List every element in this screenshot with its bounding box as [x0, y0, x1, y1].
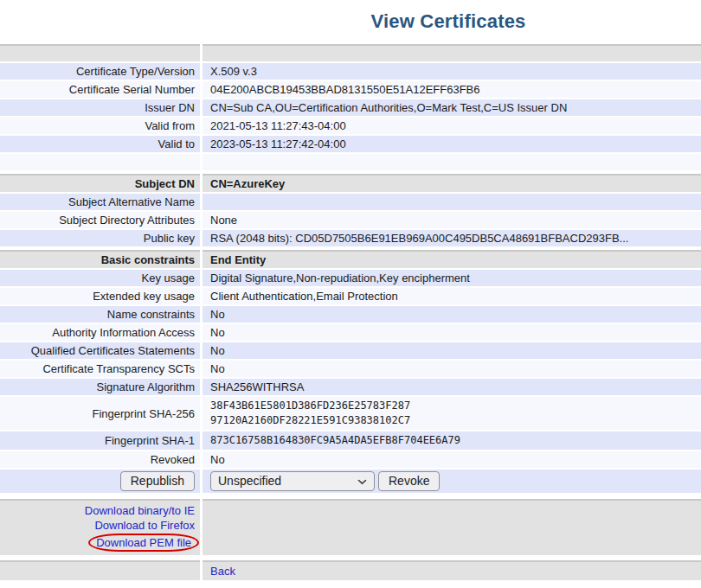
field-value: Client Authentication,Email Protection — [203, 288, 701, 304]
field-value — [203, 154, 701, 170]
table-row: RevokedNo — [0, 451, 701, 468]
field-label: Subject DN — [0, 174, 200, 192]
table-row: Fingerprint SHA-25638F43B61E5801D386FD23… — [0, 397, 701, 430]
field-label: Issuer DN — [0, 99, 200, 116]
table-row: Extended key usageClient Authentication,… — [0, 288, 701, 304]
table-row: Fingerprint SHA-1873C16758B164830FC9A5A4… — [0, 431, 701, 450]
field-label: Public key — [0, 230, 200, 246]
field-label: Fingerprint SHA-256 — [0, 397, 200, 430]
field-value: No — [203, 306, 701, 323]
revocation-reason-select[interactable]: Unspecified — [210, 471, 375, 491]
field-value: 873C16758B164830FC9A5A4DA5EFB8F704EE6A79 — [203, 431, 701, 450]
field-value: 2023-05-13 11:27:42-04:00 — [203, 136, 701, 152]
section-spacer-row — [0, 154, 701, 170]
download-binary-ie-link[interactable]: Download binary/to IE — [85, 503, 195, 518]
field-value: No — [203, 342, 701, 359]
field-label: Qualified Certificates Statements — [0, 342, 200, 359]
field-label: Certificate Transparency SCTs — [0, 361, 200, 377]
field-value: 04E200ABCB19453BBAD8131550E51A12EFF63FB6 — [203, 81, 701, 98]
table-row: Authority Information AccessNo — [0, 324, 701, 341]
field-label: Revoked — [0, 451, 200, 468]
back-link[interactable]: Back — [210, 564, 235, 578]
revocation-reason-selected-value: Unspecified — [218, 475, 281, 488]
revoke-button[interactable]: Revoke — [378, 471, 440, 491]
field-value — [203, 44, 701, 61]
field-value: CN=AzureKey — [203, 174, 701, 192]
table-row: Signature AlgorithmSHA256WITHRSA — [0, 379, 701, 395]
table-row: Certificate Transparency SCTsNo — [0, 361, 701, 377]
downloads-section: Download binary/to IE Download to Firefo… — [0, 499, 701, 555]
page-title: View Certificates — [0, 0, 701, 41]
field-label: Certificate Serial Number — [0, 81, 200, 98]
table-row: Name constraintsNo — [0, 306, 701, 323]
download-firefox-link[interactable]: Download to Firefox — [94, 518, 195, 533]
table-row: Qualified Certificates StatementsNo — [0, 342, 701, 359]
field-value: CN=Sub CA,OU=Certification Authorities,O… — [203, 99, 701, 116]
field-label: Authority Information Access — [0, 324, 200, 341]
field-label: Key usage — [0, 270, 200, 286]
table-row: Certificate Type/VersionX.509 v.3 — [0, 63, 701, 80]
field-label — [0, 154, 200, 170]
section-header-row: Subject DNCN=AzureKey — [0, 174, 701, 192]
red-highlight-annotation: Download PEM file — [88, 534, 199, 552]
table-row: Issuer DNCN=Sub CA,OU=Certification Auth… — [0, 99, 701, 116]
download-pem-link[interactable]: Download PEM file — [96, 536, 191, 549]
field-value: End Entity — [203, 250, 701, 268]
republish-button[interactable]: Republish — [120, 471, 195, 491]
actions-row: Republish Unspecified Revoke — [0, 470, 701, 493]
chevron-down-icon — [357, 475, 367, 488]
field-value — [203, 194, 701, 210]
certificate-table: Certificate Type/VersionX.509 v.3Certifi… — [0, 44, 701, 468]
field-label: Subject Alternative Name — [0, 194, 200, 210]
field-label: Signature Algorithm — [0, 379, 200, 395]
field-value: X.509 v.3 — [203, 63, 701, 80]
field-value: 2021-05-13 11:27:43-04:00 — [203, 118, 701, 134]
field-label: Subject Directory Attributes — [0, 212, 200, 228]
section-header-row — [0, 44, 701, 61]
table-row: Key usageDigital Signature,Non-repudiati… — [0, 270, 701, 286]
table-row: Subject Directory AttributesNone — [0, 212, 701, 228]
field-label: Basic constraints — [0, 250, 200, 268]
field-value: Digital Signature,Non-repudiation,Key en… — [203, 270, 701, 286]
table-row: Valid to2023-05-13 11:27:42-04:00 — [0, 136, 701, 152]
table-row: Certificate Serial Number04E200ABCB19453… — [0, 81, 701, 98]
field-value: SHA256WITHRSA — [203, 379, 701, 395]
field-label: Valid to — [0, 136, 200, 152]
field-value: RSA (2048 bits): CD05D7505B6E91EB969A00C… — [203, 230, 701, 246]
section-header-row: Basic constraintsEnd Entity — [0, 250, 701, 268]
downloads-empty-cell — [203, 499, 701, 555]
field-value: No — [203, 361, 701, 377]
field-label: Certificate Type/Version — [0, 63, 200, 80]
field-value: No — [203, 451, 701, 468]
table-row: Valid from2021-05-13 11:27:43-04:00 — [0, 118, 701, 134]
field-value: 38F43B61E5801D386FD236E25783F28797120A21… — [203, 397, 701, 430]
table-row: Subject Alternative Name — [0, 194, 701, 210]
field-label: Valid from — [0, 118, 200, 134]
field-label — [0, 44, 200, 61]
field-value: None — [203, 212, 701, 228]
field-label: Extended key usage — [0, 288, 200, 304]
field-label: Fingerprint SHA-1 — [0, 431, 200, 450]
field-label: Name constraints — [0, 306, 200, 323]
table-row: Public keyRSA (2048 bits): CD05D7505B6E9… — [0, 230, 701, 246]
footer-row: Back — [0, 560, 701, 580]
field-value: No — [203, 324, 701, 341]
footer-empty-cell — [0, 560, 200, 580]
